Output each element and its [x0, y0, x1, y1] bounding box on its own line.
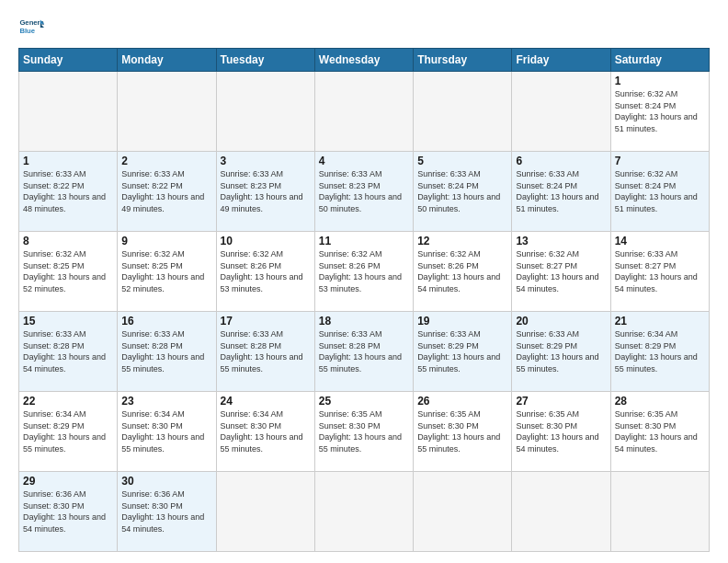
calendar-week-2: 1Sunrise: 6:33 AMSunset: 8:22 PMDaylight…: [19, 152, 710, 232]
day-info: Sunrise: 6:36 AMSunset: 8:30 PMDaylight:…: [121, 488, 211, 534]
day-info: Sunrise: 6:33 AMSunset: 8:29 PMDaylight:…: [516, 328, 606, 374]
day-number: 4: [319, 155, 409, 167]
page: General Blue SundayMondayTuesdayWednesda…: [0, 0, 728, 563]
day-number: 24: [221, 395, 311, 408]
day-number: 15: [23, 315, 113, 327]
day-header-tuesday: Tuesday: [216, 49, 314, 72]
day-info: Sunrise: 6:33 AMSunset: 8:24 PMDaylight:…: [417, 168, 507, 214]
calendar-cell: 28Sunrise: 6:35 AMSunset: 8:30 PMDayligh…: [610, 392, 709, 472]
calendar-cell: 2Sunrise: 6:33 AMSunset: 8:22 PMDaylight…: [118, 152, 216, 232]
day-number: 22: [23, 395, 113, 408]
calendar-cell: 24Sunrise: 6:34 AMSunset: 8:30 PMDayligh…: [216, 392, 314, 472]
calendar-cell: [118, 72, 216, 152]
calendar-cell: [216, 472, 314, 552]
calendar-cell: [19, 72, 118, 152]
calendar-cell: 5Sunrise: 6:33 AMSunset: 8:24 PMDaylight…: [414, 152, 512, 232]
calendar-cell: 27Sunrise: 6:35 AMSunset: 8:30 PMDayligh…: [512, 392, 610, 472]
day-number: 26: [417, 395, 507, 408]
day-info: Sunrise: 6:35 AMSunset: 8:30 PMDaylight:…: [615, 408, 705, 454]
calendar-header-row: SundayMondayTuesdayWednesdayThursdayFrid…: [19, 49, 710, 72]
calendar-cell: 26Sunrise: 6:35 AMSunset: 8:30 PMDayligh…: [414, 392, 512, 472]
day-number: 23: [121, 395, 211, 408]
day-number: 13: [516, 235, 606, 247]
day-info: Sunrise: 6:32 AMSunset: 8:24 PMDaylight:…: [615, 168, 705, 214]
day-number: 28: [615, 395, 705, 408]
calendar-cell: 3Sunrise: 6:33 AMSunset: 8:23 PMDaylight…: [216, 152, 314, 232]
day-number: 30: [121, 475, 211, 488]
calendar-cell: 14Sunrise: 6:33 AMSunset: 8:27 PMDayligh…: [610, 232, 709, 312]
calendar-table: SundayMondayTuesdayWednesdayThursdayFrid…: [18, 48, 710, 552]
day-info: Sunrise: 6:32 AMSunset: 8:26 PMDaylight:…: [221, 248, 311, 294]
day-number: 2: [121, 155, 211, 167]
calendar-cell: 8Sunrise: 6:32 AMSunset: 8:25 PMDaylight…: [19, 232, 118, 312]
day-number: 5: [417, 155, 507, 167]
calendar-cell: 17Sunrise: 6:33 AMSunset: 8:28 PMDayligh…: [216, 312, 314, 392]
day-info: Sunrise: 6:35 AMSunset: 8:30 PMDaylight:…: [417, 408, 507, 454]
calendar-cell: 20Sunrise: 6:33 AMSunset: 8:29 PMDayligh…: [512, 312, 610, 392]
calendar-cell: 12Sunrise: 6:32 AMSunset: 8:26 PMDayligh…: [414, 232, 512, 312]
day-number: 20: [516, 315, 606, 327]
day-number: 18: [319, 315, 409, 327]
calendar-cell: [314, 72, 413, 152]
day-number: 10: [221, 235, 311, 247]
day-info: Sunrise: 6:35 AMSunset: 8:30 PMDaylight:…: [319, 408, 409, 454]
day-info: Sunrise: 6:33 AMSunset: 8:24 PMDaylight:…: [516, 168, 606, 214]
day-info: Sunrise: 6:33 AMSunset: 8:28 PMDaylight:…: [23, 328, 113, 374]
day-number: 12: [417, 235, 507, 247]
day-info: Sunrise: 6:33 AMSunset: 8:23 PMDaylight:…: [319, 168, 409, 214]
calendar-cell: 4Sunrise: 6:33 AMSunset: 8:23 PMDaylight…: [314, 152, 413, 232]
day-info: Sunrise: 6:32 AMSunset: 8:26 PMDaylight:…: [319, 248, 409, 294]
calendar-cell: [610, 472, 709, 552]
day-number: 17: [221, 315, 311, 327]
day-info: Sunrise: 6:34 AMSunset: 8:29 PMDaylight:…: [615, 328, 705, 374]
calendar-cell: [512, 472, 610, 552]
day-number: 9: [121, 235, 211, 247]
calendar-cell: 10Sunrise: 6:32 AMSunset: 8:26 PMDayligh…: [216, 232, 314, 312]
day-info: Sunrise: 6:32 AMSunset: 8:27 PMDaylight:…: [516, 248, 606, 294]
calendar-cell: [314, 472, 413, 552]
day-info: Sunrise: 6:34 AMSunset: 8:30 PMDaylight:…: [121, 408, 211, 454]
calendar-cell: [512, 72, 610, 152]
day-header-thursday: Thursday: [414, 49, 512, 72]
calendar-cell: 30Sunrise: 6:36 AMSunset: 8:30 PMDayligh…: [118, 472, 216, 552]
calendar-cell: 29Sunrise: 6:36 AMSunset: 8:30 PMDayligh…: [19, 472, 118, 552]
header: General Blue: [18, 15, 710, 40]
logo-icon: General Blue: [18, 15, 44, 40]
day-header-wednesday: Wednesday: [314, 49, 413, 72]
day-info: Sunrise: 6:34 AMSunset: 8:29 PMDaylight:…: [23, 408, 113, 454]
calendar-week-4: 15Sunrise: 6:33 AMSunset: 8:28 PMDayligh…: [19, 312, 710, 392]
logo: General Blue: [18, 15, 44, 40]
day-header-saturday: Saturday: [610, 49, 709, 72]
day-info: Sunrise: 6:35 AMSunset: 8:30 PMDaylight:…: [516, 408, 606, 454]
day-number: 3: [221, 155, 311, 167]
day-header-monday: Monday: [118, 49, 216, 72]
day-info: Sunrise: 6:36 AMSunset: 8:30 PMDaylight:…: [23, 488, 113, 534]
day-info: Sunrise: 6:33 AMSunset: 8:22 PMDaylight:…: [121, 168, 211, 214]
day-number: 1: [23, 155, 113, 167]
calendar-cell: 9Sunrise: 6:32 AMSunset: 8:25 PMDaylight…: [118, 232, 216, 312]
calendar-cell: 7Sunrise: 6:32 AMSunset: 8:24 PMDaylight…: [610, 152, 709, 232]
day-info: Sunrise: 6:32 AMSunset: 8:24 PMDaylight:…: [615, 88, 705, 134]
calendar-cell: 23Sunrise: 6:34 AMSunset: 8:30 PMDayligh…: [118, 392, 216, 472]
day-info: Sunrise: 6:33 AMSunset: 8:28 PMDaylight:…: [221, 328, 311, 374]
day-number: 11: [319, 235, 409, 247]
day-number: 25: [319, 395, 409, 408]
day-number: 6: [516, 155, 606, 167]
calendar-cell: [216, 72, 314, 152]
day-number: 8: [23, 235, 113, 247]
day-header-sunday: Sunday: [19, 49, 118, 72]
calendar-cell: 22Sunrise: 6:34 AMSunset: 8:29 PMDayligh…: [19, 392, 118, 472]
day-info: Sunrise: 6:33 AMSunset: 8:22 PMDaylight:…: [23, 168, 113, 214]
calendar-cell: 16Sunrise: 6:33 AMSunset: 8:28 PMDayligh…: [118, 312, 216, 392]
calendar-cell: 11Sunrise: 6:32 AMSunset: 8:26 PMDayligh…: [314, 232, 413, 312]
calendar-week-6: 29Sunrise: 6:36 AMSunset: 8:30 PMDayligh…: [19, 472, 710, 552]
day-info: Sunrise: 6:33 AMSunset: 8:28 PMDaylight:…: [319, 328, 409, 374]
calendar-cell: 1Sunrise: 6:33 AMSunset: 8:22 PMDaylight…: [19, 152, 118, 232]
day-number: 21: [615, 315, 705, 327]
day-info: Sunrise: 6:32 AMSunset: 8:25 PMDaylight:…: [23, 248, 113, 294]
calendar-cell: 18Sunrise: 6:33 AMSunset: 8:28 PMDayligh…: [314, 312, 413, 392]
day-number: 27: [516, 395, 606, 408]
calendar-cell: 1Sunrise: 6:32 AMSunset: 8:24 PMDaylight…: [610, 72, 709, 152]
calendar-cell: [414, 72, 512, 152]
calendar-cell: 6Sunrise: 6:33 AMSunset: 8:24 PMDaylight…: [512, 152, 610, 232]
